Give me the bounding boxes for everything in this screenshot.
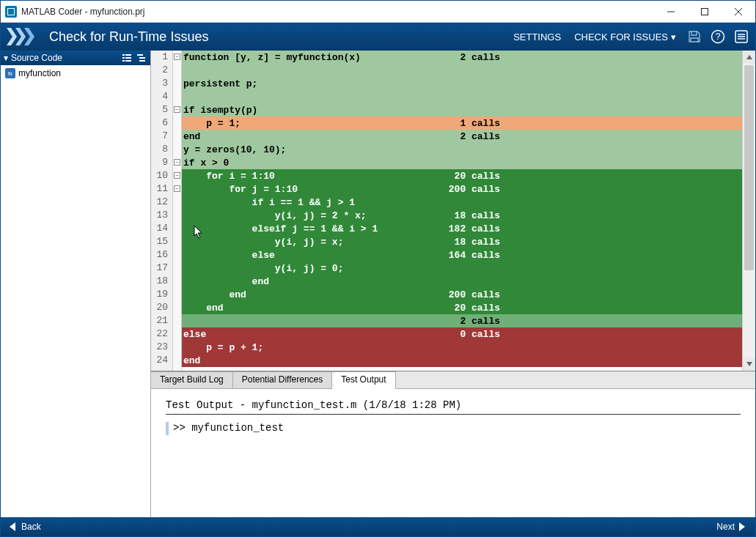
sidebar: ▾ Source Code fx myfunction: [1, 51, 151, 517]
toolbar: Check for Run-Time Issues SETTINGS CHECK…: [1, 23, 755, 51]
command-indicator: [166, 422, 169, 435]
code-text: end: [182, 303, 224, 314]
call-count: 200 calls: [449, 289, 742, 300]
code-text: y(i, j) = 2 * x;: [182, 210, 367, 221]
scroll-up-button[interactable]: [743, 51, 755, 64]
source-file-item[interactable]: fx myfunction: [2, 67, 149, 80]
menu-icon[interactable]: [733, 29, 749, 45]
code-line[interactable]: else164 calls: [182, 248, 742, 262]
output-tabs: Target Build LogPotential DifferencesTes…: [151, 371, 755, 389]
code-text: elseif j == 1 && i > 1: [182, 223, 378, 234]
scroll-down-button[interactable]: [743, 358, 755, 371]
minimize-button[interactable]: [654, 1, 688, 22]
code-text: for j = 1:10: [182, 184, 298, 195]
code-area[interactable]: function [y, z] = myfunction(x)2 callspe…: [182, 51, 742, 371]
line-number: 10: [151, 169, 168, 182]
code-line[interactable]: if isempty(p): [182, 103, 742, 116]
code-line[interactable]: else0 calls: [182, 327, 742, 341]
footer: Back Next: [1, 517, 755, 536]
fold-toggle[interactable]: −: [174, 159, 180, 166]
code-line[interactable]: persistent p;: [182, 77, 742, 90]
line-number: 23: [151, 341, 168, 354]
line-number-gutter: 123456789101112131415161718192021222324: [151, 51, 173, 371]
line-number: 17: [151, 262, 168, 275]
code-line[interactable]: p = p + 1;: [182, 341, 742, 354]
fold-toggle[interactable]: −: [174, 106, 180, 113]
code-text: y(i, j) = 0;: [182, 263, 343, 274]
code-editor: 123456789101112131415161718192021222324 …: [151, 51, 755, 371]
code-line[interactable]: end: [182, 354, 742, 367]
app-icon: [5, 6, 17, 18]
code-text: p = p + 1;: [182, 342, 263, 353]
call-count: 18 calls: [455, 210, 742, 221]
code-line[interactable]: end2 calls: [182, 130, 742, 143]
line-number: 21: [151, 314, 168, 327]
vertical-scrollbar[interactable]: [742, 51, 755, 371]
fold-toggle[interactable]: −: [174, 53, 180, 60]
check-for-issues-button[interactable]: CHECK FOR ISSUES▾: [574, 32, 676, 42]
test-output-header: Test Output - myfunction_test.m (1/8/18 …: [166, 399, 741, 415]
maximize-button[interactable]: [688, 1, 722, 22]
code-text: for i = 1:10: [182, 171, 275, 182]
save-icon[interactable]: [686, 29, 702, 45]
call-count: 20 calls: [455, 303, 742, 314]
code-line[interactable]: [182, 64, 742, 77]
code-line[interactable]: y(i, j) = 2 * x;18 calls: [182, 209, 742, 222]
code-text: function [y, z] = myfunction(x): [182, 52, 361, 63]
code-line[interactable]: end200 calls: [182, 288, 742, 301]
line-number: 8: [151, 143, 168, 156]
code-text: else: [182, 329, 206, 340]
code-line[interactable]: for i = 1:1020 calls: [182, 169, 742, 182]
code-line[interactable]: if x > 0: [182, 156, 742, 169]
line-number: 11: [151, 182, 168, 196]
line-number: 4: [151, 90, 168, 103]
code-text: if i == 1 && j > 1: [182, 197, 355, 208]
chevron-down-icon: ▾: [671, 32, 676, 42]
code-line[interactable]: end20 calls: [182, 301, 742, 314]
line-number: 18: [151, 275, 168, 288]
list-view-icon[interactable]: [121, 52, 133, 64]
output-tab[interactable]: Test Output: [332, 371, 395, 389]
output-tab[interactable]: Target Build Log: [151, 371, 233, 388]
code-line[interactable]: y = zeros(10, 10);: [182, 143, 742, 156]
code-line[interactable]: end: [182, 275, 742, 288]
code-line[interactable]: elseif j == 1 && i > 1182 calls: [182, 222, 742, 235]
code-line[interactable]: p = 1;1 calls: [182, 116, 742, 130]
fold-toggle[interactable]: −: [174, 172, 180, 179]
code-line[interactable]: y(i, j) = 0;: [182, 262, 742, 275]
next-button[interactable]: Next: [716, 522, 746, 532]
call-count: 2 calls: [460, 131, 742, 142]
back-button[interactable]: Back: [10, 522, 41, 532]
scroll-thumb[interactable]: [744, 65, 754, 270]
output-tab[interactable]: Potential Differences: [233, 371, 333, 388]
step-title: Check for Run-Time Issues: [49, 29, 500, 45]
line-number: 16: [151, 248, 168, 262]
call-count: 182 calls: [449, 223, 742, 234]
code-line[interactable]: for j = 1:10200 calls: [182, 182, 742, 196]
call-count: 200 calls: [449, 184, 742, 195]
fold-toggle[interactable]: −: [174, 185, 180, 192]
call-count: 2 calls: [460, 316, 742, 327]
call-count: 1 calls: [460, 118, 742, 129]
code-line[interactable]: 2 calls: [182, 314, 742, 327]
line-number: 19: [151, 288, 168, 301]
function-icon: fx: [5, 68, 15, 78]
output-panel: Target Build LogPotential DifferencesTes…: [151, 371, 755, 517]
line-number: 7: [151, 130, 168, 143]
sidebar-header-label: Source Code: [11, 53, 121, 63]
sidebar-header[interactable]: ▾ Source Code: [1, 51, 150, 65]
code-text: persistent p;: [182, 78, 257, 89]
help-icon[interactable]: ?: [710, 29, 726, 45]
code-line[interactable]: if i == 1 && j > 1: [182, 196, 742, 209]
code-line[interactable]: function [y, z] = myfunction(x)2 calls: [182, 51, 742, 64]
source-file-label: myfunction: [18, 68, 61, 78]
svg-rect-10: [122, 54, 125, 56]
line-number: 14: [151, 222, 168, 235]
code-line[interactable]: [182, 90, 742, 103]
line-number: 12: [151, 196, 168, 209]
code-line[interactable]: y(i, j) = x;18 calls: [182, 235, 742, 248]
tree-view-icon[interactable]: [136, 52, 147, 64]
code-text: end: [182, 355, 200, 366]
settings-button[interactable]: SETTINGS: [513, 32, 561, 42]
close-button[interactable]: [722, 1, 755, 22]
